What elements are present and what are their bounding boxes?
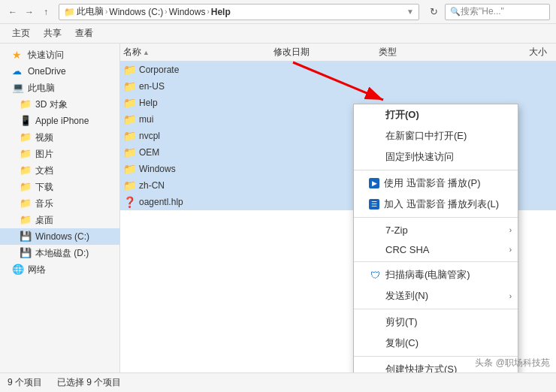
search-bar[interactable]: 🔍 搜索"He..." — [445, 4, 550, 20]
ctx-cut[interactable]: 剪切(T) — [354, 312, 518, 333]
sidebar-item-onedrive[interactable]: ☁ OneDrive — [0, 63, 119, 80]
col-size-header[interactable]: 大小 — [454, 46, 553, 59]
address-part-2: Windows (C:) — [109, 7, 163, 17]
ctx-divider-3 — [354, 261, 518, 262]
arrow-icon: › — [509, 226, 512, 234]
title-bar: ← → ↑ 📁 此电脑 › Windows (C:) › Windows › H… — [0, 0, 556, 24]
onedrive-label: OneDrive — [28, 66, 66, 77]
arrow-icon: › — [509, 246, 512, 254]
file-row[interactable]: 📁 en-US — [120, 78, 556, 95]
folder-icon: 📁 — [20, 181, 32, 193]
sidebar-item-this-pc[interactable]: 💻 此电脑 — [0, 80, 119, 96]
file-name-cell: 📁 Windows — [123, 163, 273, 175]
music-label: 音乐 — [35, 198, 53, 210]
file-row[interactable]: 📁 Corporate — [120, 62, 556, 78]
folder-icon: 📁 — [20, 131, 32, 143]
file-name: Windows — [139, 164, 176, 174]
ctx-7zip-label: 7-Zip — [385, 225, 408, 236]
watermark: 头条 @职场科技苑 — [475, 357, 550, 369]
ctx-pin-quick-access[interactable]: 固定到快速访问 — [354, 146, 518, 167]
apple-iphone-label: Apple iPhone — [35, 116, 89, 126]
sidebar-item-3d-objects[interactable]: 📁 3D 对象 — [0, 96, 119, 113]
folder-icon: 📁 — [123, 146, 136, 158]
sidebar-item-downloads[interactable]: 📁 下载 — [0, 179, 119, 195]
sidebar-item-local-d[interactable]: 💾 本地磁盘 (D:) — [0, 245, 119, 261]
7zip-icon — [369, 224, 381, 236]
file-name: Help — [139, 98, 158, 108]
xunlei-icon: ▶ — [369, 178, 379, 188]
col-date-header[interactable]: 修改日期 — [273, 46, 379, 59]
ctx-antivirus-label: 扫描病毒(电脑管家) — [385, 268, 470, 282]
status-bar: 9 个项目 已选择 9 个项目 — [0, 372, 556, 392]
file-name-cell: 📁 Help — [123, 97, 273, 109]
ctx-divider-1 — [354, 170, 518, 170]
ctx-open-new-window[interactable]: 在新窗口中打开(E) — [354, 125, 518, 146]
main-layout: ★ 快速访问 ☁ OneDrive 💻 此电脑 📁 3D 对象 📱 Apple … — [0, 44, 556, 372]
search-placeholder: 搜索"He..." — [461, 5, 504, 18]
folder-icon: 📁 — [20, 198, 32, 210]
this-pc-label: 此电脑 — [28, 82, 55, 95]
xunlei-playlist-icon: ☰ — [369, 199, 379, 210]
back-button[interactable]: ← — [6, 5, 20, 19]
folder-icon: 📁 — [20, 148, 32, 160]
address-part-3: Windows — [169, 7, 206, 17]
sidebar-item-network[interactable]: 🌐 网络 — [0, 261, 119, 278]
col-name-header[interactable]: 名称 ▲ — [123, 46, 273, 59]
pc-icon: 💻 — [12, 82, 24, 94]
windows-c-label: Windows (C:) — [35, 231, 89, 242]
share-tab[interactable]: 共享 — [38, 26, 68, 42]
file-name: Corporate — [139, 65, 179, 75]
ctx-copy[interactable]: 复制(C) — [354, 333, 518, 354]
sidebar-item-pictures[interactable]: 📁 图片 — [0, 146, 119, 162]
ctx-send-to-label: 发送到(N) — [385, 289, 428, 303]
sidebar-item-music[interactable]: 📁 音乐 — [0, 195, 119, 212]
sendto-icon — [369, 290, 381, 302]
ctx-add-xunlei-label: 加入 迅雷影音 播放列表(L) — [384, 198, 499, 211]
drive-icon: 💾 — [20, 231, 32, 243]
documents-label: 文档 — [35, 164, 53, 177]
folder-icon: 📁 — [123, 97, 136, 109]
folder-icon: 📁 — [123, 113, 136, 125]
home-tab[interactable]: 主页 — [6, 26, 36, 42]
item-count: 9 个项目 — [8, 376, 42, 389]
sidebar-item-documents[interactable]: 📁 文档 — [0, 162, 119, 179]
file-name-cell: 📁 en-US — [123, 80, 273, 92]
sidebar-item-windows-c[interactable]: 💾 Windows (C:) — [0, 228, 119, 245]
file-name: oagentl.hlp — [139, 197, 183, 207]
up-button[interactable]: ↑ — [39, 5, 53, 19]
ctx-antivirus[interactable]: 🛡 扫描病毒(电脑管家) — [354, 264, 518, 285]
sidebar-item-apple-iphone[interactable]: 📱 Apple iPhone — [0, 113, 119, 129]
context-menu: 打开(O) 在新窗口中打开(E) 固定到快速访问 ▶ 使用 迅雷影音 播放(P)… — [353, 104, 518, 372]
ctx-crc-sha[interactable]: CRC SHA › — [354, 240, 518, 259]
pictures-label: 图片 — [35, 148, 53, 161]
file-name-cell: 📁 zh-CN — [123, 179, 273, 191]
sidebar-item-quick-access[interactable]: ★ 快速访问 — [0, 47, 119, 63]
sidebar-item-desktop[interactable]: 📁 桌面 — [0, 212, 119, 228]
search-icon: 🔍 — [450, 7, 461, 17]
ctx-play-xunlei-label: 使用 迅雷影音 播放(P) — [384, 176, 481, 190]
view-label: 查看 — [75, 27, 93, 40]
ctx-play-xunlei[interactable]: ▶ 使用 迅雷影音 播放(P) — [354, 173, 518, 194]
address-bar[interactable]: 📁 此电脑 › Windows (C:) › Windows › Help ▼ — [59, 4, 419, 20]
network-label: 网络 — [28, 264, 46, 276]
quick-access-label: 快速访问 — [28, 49, 64, 62]
new-window-icon — [369, 130, 381, 142]
ctx-add-xunlei-playlist[interactable]: ☰ 加入 迅雷影音 播放列表(L) — [354, 194, 518, 215]
folder-icon: 📁 — [123, 64, 136, 76]
pin-icon — [369, 151, 381, 163]
network-icon: 🌐 — [12, 264, 24, 276]
column-headers: 名称 ▲ 修改日期 类型 大小 — [120, 44, 556, 62]
view-tab[interactable]: 查看 — [69, 26, 99, 42]
file-name-cell: ❓ oagentl.hlp — [123, 196, 273, 208]
folder-icon: 📁 — [123, 163, 136, 175]
forward-button[interactable]: → — [23, 5, 36, 19]
col-type-header[interactable]: 类型 — [379, 46, 454, 59]
sidebar: ★ 快速访问 ☁ OneDrive 💻 此电脑 📁 3D 对象 📱 Apple … — [0, 44, 120, 372]
ctx-7zip[interactable]: 7-Zip › — [354, 220, 518, 240]
refresh-button[interactable]: ↻ — [425, 4, 442, 20]
folder-icon: 📁 — [20, 214, 32, 226]
ctx-open[interactable]: 打开(O) — [354, 104, 518, 125]
ctx-send-to[interactable]: 发送到(N) › — [354, 285, 518, 306]
sidebar-item-videos[interactable]: 📁 视频 — [0, 129, 119, 146]
address-dropdown-icon[interactable]: ▼ — [406, 8, 414, 16]
